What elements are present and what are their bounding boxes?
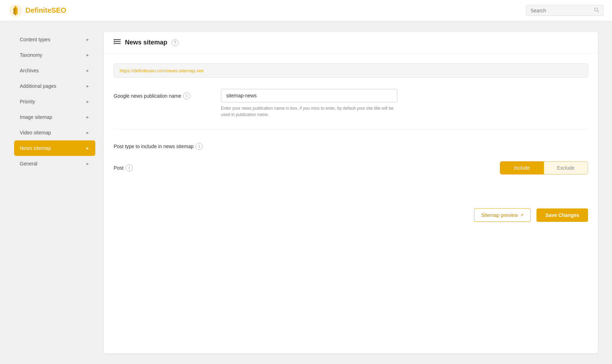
sidebar-item-taxonomy[interactable]: Taxonomy ► xyxy=(14,47,95,63)
panel-header: News sitemap ? xyxy=(104,32,598,54)
panel-footer: Sitemap preview ↗ Save Changes xyxy=(104,200,598,230)
panel-body: https://definiteseo.com/news-sitemap.xml… xyxy=(104,54,598,193)
sidebar-item-general[interactable]: General ► xyxy=(14,156,95,171)
google-news-form-row: Google news publication name i Enter you… xyxy=(114,89,588,118)
content-panel: News sitemap ? https://definiteseo.com/n… xyxy=(104,32,598,353)
save-changes-button[interactable]: Save Changes xyxy=(536,208,588,222)
sidebar-item-content-types[interactable]: Content types ► xyxy=(14,32,95,47)
logo-icon xyxy=(8,4,23,18)
sidebar-item-news-sitemap[interactable]: News sitemap ► xyxy=(14,140,95,156)
main-layout: Content types ► Taxonomy ► Archives ► Ad… xyxy=(0,21,612,364)
svg-line-2 xyxy=(598,11,599,12)
chevron-right-icon: ► xyxy=(86,37,90,42)
chevron-right-icon: ► xyxy=(86,115,90,119)
sidebar-item-image-sitemap[interactable]: Image sitemap ► xyxy=(14,109,95,125)
search-input[interactable] xyxy=(530,8,591,13)
chevron-right-icon: ► xyxy=(86,53,90,57)
sidebar-item-priority[interactable]: Priority ► xyxy=(14,94,95,109)
google-news-label: Google news publication name i xyxy=(114,92,212,99)
sidebar-item-additional-pages[interactable]: Additional pages ► xyxy=(14,78,95,94)
post-type-form-row: Post type to include in news sitemap i xyxy=(114,139,588,150)
post-help-icon[interactable]: i xyxy=(126,164,133,171)
chevron-right-icon: ► xyxy=(86,131,90,135)
post-type-label: Post type to include in news sitemap i xyxy=(114,143,212,150)
chevron-right-icon: ► xyxy=(86,84,90,88)
post-label: Post i xyxy=(114,164,133,171)
panel-title: News sitemap xyxy=(125,39,167,46)
url-bar: https://definiteseo.com/news-sitemap.xml xyxy=(114,63,588,78)
exclude-button[interactable]: Exclude xyxy=(544,162,588,174)
post-row: Post i Include Exclude xyxy=(114,161,588,175)
logo-text: DefiniteSEO xyxy=(25,6,66,14)
google-news-help-icon[interactable]: i xyxy=(183,92,190,99)
sitemap-icon xyxy=(114,39,121,46)
sitemap-preview-button[interactable]: Sitemap preview ↗ xyxy=(474,208,531,222)
logo[interactable]: DefiniteSEO xyxy=(8,4,66,18)
google-news-hint: Enter your news publication name in box,… xyxy=(221,105,394,118)
sitemap-url-link[interactable]: https://definiteseo.com/news-sitemap.xml xyxy=(120,68,204,73)
svg-rect-6 xyxy=(114,39,115,44)
search-icon xyxy=(594,7,599,13)
post-type-help-icon[interactable]: i xyxy=(196,143,203,150)
chevron-right-icon: ► xyxy=(86,146,90,150)
chevron-right-icon: ► xyxy=(86,68,90,73)
chevron-right-icon: ► xyxy=(86,99,90,104)
section-divider xyxy=(114,129,588,129)
google-news-input[interactable] xyxy=(221,89,397,102)
external-link-icon: ↗ xyxy=(520,213,523,218)
chevron-right-icon: ► xyxy=(86,162,90,166)
header: DefiniteSEO xyxy=(0,0,612,21)
include-button[interactable]: Include xyxy=(500,162,544,174)
help-icon[interactable]: ? xyxy=(172,39,179,46)
search-box[interactable] xyxy=(526,5,604,16)
sidebar: Content types ► Taxonomy ► Archives ► Ad… xyxy=(14,32,95,353)
sidebar-item-archives[interactable]: Archives ► xyxy=(14,63,95,78)
include-exclude-toggle: Include Exclude xyxy=(500,161,588,175)
sidebar-item-video-sitemap[interactable]: Video sitemap ► xyxy=(14,125,95,140)
